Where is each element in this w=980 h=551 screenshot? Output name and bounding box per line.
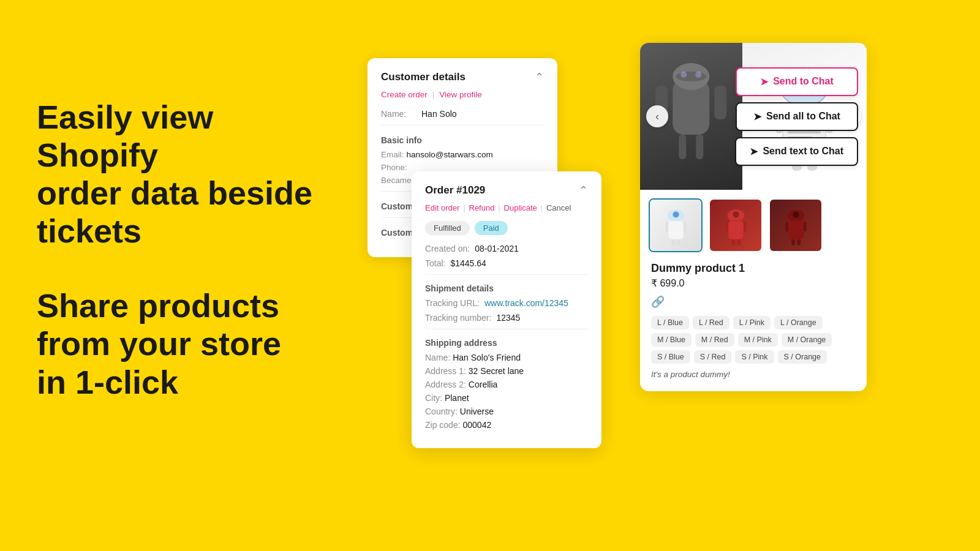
email-field: Email: hansolo@starwars.com: [381, 150, 544, 159]
variant-tag[interactable]: M / Red: [695, 333, 734, 347]
paid-badge: Paid: [475, 221, 508, 235]
address1-value: 32 Secret lane: [469, 366, 524, 376]
thumb-r2d2-dark-red: [779, 206, 813, 246]
email-label: Email:: [381, 150, 404, 159]
product-info: Dummy product 1 ₹ 699.0 🔗 L / BlueL / Re…: [640, 258, 867, 379]
address2-label: Address 2:: [425, 380, 466, 389]
send-arrow-icon-2: ➤: [753, 111, 761, 122]
order-title: Order #1029: [425, 184, 485, 197]
refund-link[interactable]: Refund: [469, 203, 495, 212]
svg-rect-7: [714, 86, 726, 119]
view-profile-link[interactable]: View profile: [439, 90, 482, 99]
created-on-field: Created on: 08-01-2021: [425, 244, 588, 253]
svg-rect-43: [797, 239, 801, 245]
svg-rect-25: [668, 220, 683, 239]
address2-field: Address 2: Corellia: [425, 380, 588, 389]
variant-tag[interactable]: S / Orange: [778, 350, 827, 364]
create-order-link[interactable]: Create order: [381, 90, 428, 99]
edit-order-link[interactable]: Edit order: [425, 203, 459, 212]
order-chevron-icon[interactable]: ⌃: [579, 184, 588, 197]
send-to-chat-label: Send to Chat: [773, 76, 834, 87]
country-label: Country:: [425, 407, 458, 416]
customer-name-field: Name: Han Solo: [381, 109, 544, 119]
order-divider-3: |: [541, 204, 543, 212]
svg-point-31: [733, 211, 739, 217]
gallery-prev-button[interactable]: ‹: [646, 105, 668, 127]
variant-tag[interactable]: L / Red: [693, 316, 729, 329]
svg-rect-36: [737, 239, 741, 245]
customer-card-title: Customer details: [381, 71, 466, 83]
send-text-to-chat-button[interactable]: ➤ Send text to Chat: [735, 137, 858, 166]
hero-section: Easily view Shopify order data beside ti…: [37, 98, 331, 401]
thumbnail-2-image: [710, 200, 761, 251]
card-divider-1: [381, 125, 544, 126]
tracking-number-label: Tracking number:: [425, 313, 491, 323]
variant-tag[interactable]: S / Blue: [651, 350, 690, 364]
variant-tag[interactable]: M / Orange: [782, 333, 832, 347]
send-all-to-chat-button[interactable]: ➤ Send all to Chat: [736, 102, 858, 131]
shipping-section: Shipping address: [425, 338, 588, 348]
actions-divider: |: [432, 90, 434, 99]
order-card: Order #1029 ⌃ Edit order | Refund | Dupl…: [412, 171, 601, 448]
duplicate-link[interactable]: Duplicate: [504, 203, 537, 212]
zip-label: Zip code:: [425, 420, 461, 430]
name-value: Han Solo: [421, 109, 457, 119]
svg-rect-41: [804, 222, 806, 231]
product-variants: L / BlueL / RedL / PinkL / OrangeM / Blu…: [651, 316, 856, 364]
variant-tag[interactable]: L / Blue: [651, 316, 689, 329]
zip-field: Zip code: 000042: [425, 420, 588, 430]
order-divider-1: |: [463, 204, 465, 212]
thumbnail-3[interactable]: [769, 198, 823, 252]
cancel-link[interactable]: Cancel: [546, 203, 571, 212]
svg-rect-32: [728, 220, 743, 239]
tracking-number-field: Tracking number: 12345: [425, 313, 588, 323]
variant-tag[interactable]: S / Pink: [735, 350, 774, 364]
variant-tag[interactable]: L / Orange: [774, 316, 823, 329]
created-label: Created on:: [425, 244, 470, 253]
city-field: City: Planet: [425, 393, 588, 403]
ship-name-field: Name: Han Solo's Friend: [425, 353, 588, 362]
country-value: Universe: [460, 407, 494, 416]
customer-card-header: Customer details ⌃: [381, 70, 544, 84]
svg-rect-33: [725, 222, 728, 231]
variant-tag[interactable]: M / Blue: [651, 333, 692, 347]
total-value: $1445.64: [450, 258, 486, 268]
city-value: Planet: [445, 393, 469, 403]
order-card-actions: Edit order | Refund | Duplicate | Cancel: [425, 203, 588, 212]
svg-rect-39: [788, 220, 803, 239]
thumb-r2d2-white: [659, 206, 693, 246]
svg-point-8: [676, 72, 706, 81]
send-all-to-chat-label: Send all to Chat: [766, 111, 840, 122]
order-divider-2: |: [498, 204, 500, 212]
thumbnail-1[interactable]: [649, 198, 703, 252]
svg-rect-17: [788, 130, 821, 133]
ship-name-label: Name:: [425, 353, 450, 362]
total-label: Total:: [425, 258, 445, 268]
thumbnail-1-image: [650, 200, 701, 251]
variant-tag[interactable]: L / Pink: [733, 316, 771, 329]
thumbnail-2[interactable]: [709, 198, 763, 252]
product-link-icon[interactable]: 🔗: [651, 295, 856, 309]
product-name: Dummy product 1: [651, 262, 856, 275]
send-arrow-icon-1: ➤: [760, 76, 768, 88]
chevron-up-icon[interactable]: ⌃: [535, 70, 544, 84]
svg-rect-40: [785, 222, 788, 231]
total-field: Total: $1445.64: [425, 258, 588, 268]
hero-heading-1: Easily view Shopify order data beside ti…: [37, 98, 331, 250]
variant-tag[interactable]: M / Pink: [738, 333, 778, 347]
svg-point-24: [673, 211, 679, 217]
city-label: City:: [425, 393, 442, 403]
svg-rect-42: [791, 239, 795, 245]
shipping-divider: [425, 329, 588, 329]
svg-rect-5: [696, 135, 703, 159]
ship-name-value: Han Solo's Friend: [453, 353, 521, 362]
chevron-left-icon: ‹: [655, 110, 659, 123]
variant-tag[interactable]: S / Red: [694, 350, 732, 364]
shipment-section: Shipment details: [425, 283, 588, 293]
product-description: It's a product dummy!: [651, 370, 856, 379]
thumbnail-3-image: [770, 200, 821, 251]
send-to-chat-button[interactable]: ➤ Send to Chat: [736, 67, 858, 96]
zip-value: 000042: [462, 420, 491, 430]
tracking-url-field: Tracking URL: www.track.com/12345: [425, 298, 588, 308]
tracking-url-link[interactable]: www.track.com/12345: [484, 298, 568, 308]
